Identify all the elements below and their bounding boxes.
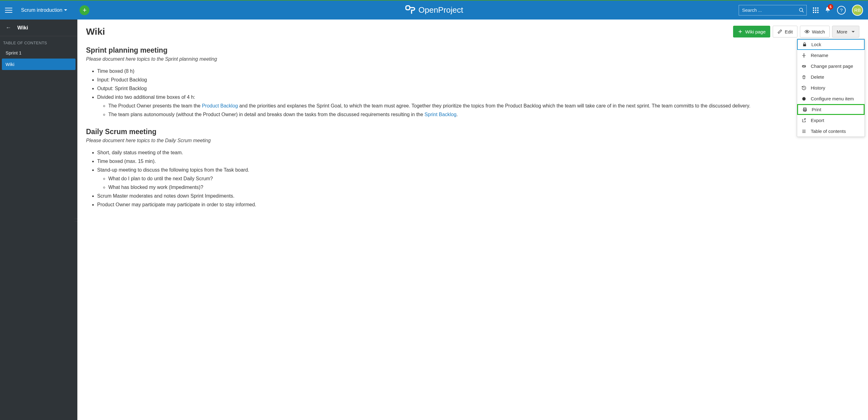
list-item: What has blocked my work (Impediments)? [108,183,859,192]
lock-icon [802,42,807,47]
list-item: The team plans autonomously (without the… [108,110,859,119]
main-content: Wiki Wiki page Edit Watch More [78,20,868,420]
caret-down-icon [851,31,855,32]
add-button[interactable]: + [80,5,89,15]
svg-rect-0 [406,6,410,9]
toc-heading: TABLE OF CONTENTS [0,36,78,47]
list-item: Stand-up meeting to discuss the followin… [97,166,859,192]
list-item: Output: Sprint Backlog [97,84,859,93]
page-header: Wiki Wiki page Edit Watch More [86,26,859,37]
product-backlog-link[interactable]: Product Backlog [202,103,238,108]
export-icon [802,118,806,123]
list-item: Scrum Master moderates and notes down Sp… [97,192,859,200]
section-heading: Daily Scrum meeting [86,128,859,136]
dropdown-toc[interactable]: Table of contents [797,126,865,137]
print-icon [802,107,807,112]
list-item: Short, daily status meeting of the team. [97,148,859,157]
search-input[interactable] [739,5,807,16]
notification-badge: 5 [828,4,833,9]
page-title: Wiki [86,26,105,37]
sidebar-header: ← Wiki [0,20,78,36]
list-item: What do I plan to do until the next Dail… [108,174,859,183]
wiki-content: Sprint planning meeting Please document … [86,46,859,209]
watch-button[interactable]: Watch [800,26,830,37]
sidebar-title: Wiki [17,25,28,31]
dropdown-print[interactable]: Print [797,104,865,115]
plus-icon [738,29,743,34]
list-icon [802,129,806,134]
trash-icon [802,75,806,80]
edit-button[interactable]: Edit [773,26,798,37]
caret-down-icon [64,9,67,11]
apps-grid-icon[interactable] [813,7,818,13]
dropdown-delete[interactable]: Delete [797,72,865,82]
dropdown-configure[interactable]: Configure menu item [797,93,865,104]
sidebar-item-wiki[interactable]: Wiki [2,59,75,70]
sidebar: ← Wiki TABLE OF CONTENTS Sprint 1 Wiki ⋮… [0,20,78,420]
sidebar-item-sprint1[interactable]: Sprint 1 [0,47,78,59]
notifications-button[interactable]: 5 [825,6,831,13]
gear-icon [802,96,806,101]
list-item: Input: Product Backlog [97,76,859,84]
svg-rect-6 [803,44,806,46]
svg-point-5 [806,31,808,32]
list-item: Time boxed (8 h) [97,67,859,76]
search-icon[interactable] [799,7,804,13]
sprint-backlog-link[interactable]: Sprint Backlog [425,112,457,117]
back-arrow-icon[interactable]: ← [6,25,11,31]
svg-line-2 [802,11,804,12]
top-bar: Scrum introduction + OpenProject 5 ? RB [0,0,868,20]
list-item: The Product Owner presents the team the … [108,102,859,110]
list-item: Divided into two additional time boxes o… [97,93,859,119]
dropdown-rename[interactable]: Rename [797,50,865,61]
section-subtitle: Please document here topics to the Daily… [86,138,859,143]
dropdown-history[interactable]: History [797,82,865,93]
link-icon [802,64,806,69]
list-item: Time boxed (max. 15 min). [97,157,859,166]
hamburger-icon[interactable] [5,6,12,14]
history-icon [802,85,806,90]
brand-logo: OpenProject [405,5,463,16]
section-subtitle: Please document here topics to the Sprin… [86,56,859,62]
dropdown-change-parent[interactable]: Change parent page [797,61,865,72]
avatar[interactable]: RB [852,5,863,16]
svg-point-1 [799,8,803,11]
more-button[interactable]: More [832,26,859,37]
openproject-icon [405,5,415,16]
project-name: Scrum introduction [21,7,62,13]
eye-icon [805,29,809,34]
pencil-icon [777,29,782,34]
more-dropdown: Lock Rename Change parent page Delete Hi… [797,39,865,137]
section-heading: Sprint planning meeting [86,46,859,55]
wiki-page-button[interactable]: Wiki page [733,26,770,37]
brand-text: OpenProject [418,5,463,15]
project-selector[interactable]: Scrum introduction [21,7,67,13]
rename-icon [802,53,806,58]
list-item: Product Owner may participate may partic… [97,200,859,209]
help-button[interactable]: ? [837,6,846,15]
search-box [739,5,807,16]
dropdown-export[interactable]: Export [797,115,865,126]
dropdown-lock[interactable]: Lock [797,39,865,50]
